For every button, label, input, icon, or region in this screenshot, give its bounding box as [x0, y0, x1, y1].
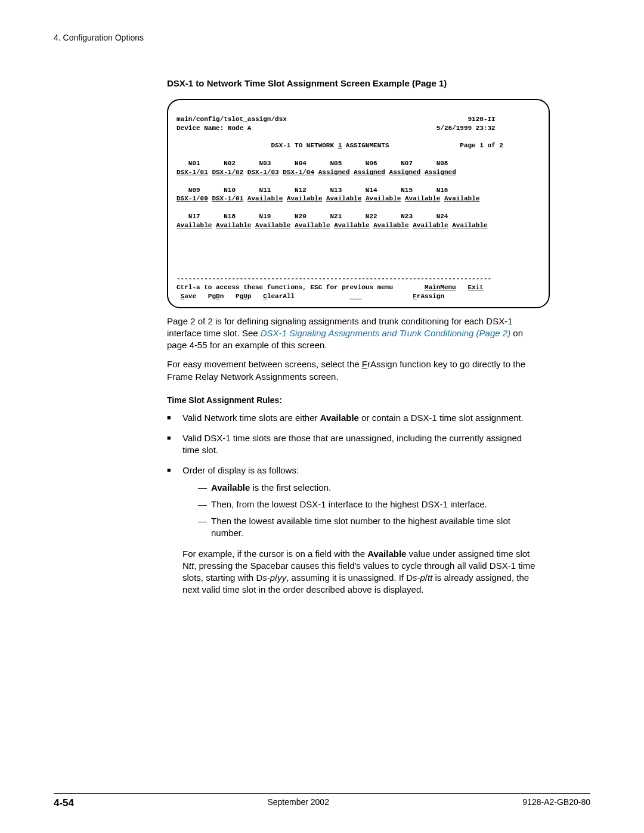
slot-value[interactable]: Assigned [425, 169, 456, 176]
slot-value[interactable]: Available [452, 222, 487, 229]
pgup-button[interactable]: PgUp [236, 293, 251, 300]
pgdn-button[interactable]: PgDn [208, 293, 224, 300]
slot-value[interactable]: Available [366, 195, 401, 202]
device-name-value: Node A [228, 125, 252, 132]
footer-date: September 2002 [267, 797, 329, 809]
slot-value[interactable]: DSX-1/03 [247, 169, 279, 176]
slot-value[interactable]: Available [295, 222, 330, 229]
rule-item: Valid DSX-1 time slots are those that ar… [167, 432, 537, 457]
rule-subitem: Then the lowest available time slot numb… [198, 515, 537, 540]
doc-id: 9128-A2-GB20-80 [522, 797, 590, 809]
device-name-label: Device Name: [177, 125, 224, 132]
rule-subitem: Available is the first selection. [198, 482, 537, 494]
terminal-model: 9128-II [468, 116, 496, 123]
slot-value[interactable]: DSX-1/02 [212, 169, 243, 176]
slot-row2-header: N09 N10 N11 N12 N13 N14 N15 N16 [177, 187, 448, 194]
slot-value[interactable]: Available [326, 195, 361, 202]
terminal-screen: main/config/tslot_assign/dsx 9128-II Dev… [167, 99, 550, 308]
screen-title: DSX-1 TO NETWORK 1 ASSIGNMENTS [271, 142, 389, 149]
slot-value[interactable]: Available [216, 222, 251, 229]
paragraph-2: For easy movement between screens, selec… [167, 358, 537, 383]
rule-item: Valid Network time slots are either Avai… [167, 412, 537, 424]
slot-value[interactable]: Assigned [354, 169, 385, 176]
frassign-button[interactable]: FrAssign [413, 293, 444, 300]
page-footer: 4-54 September 2002 9128-A2-GB20-80 [54, 793, 590, 809]
terminal-datetime: 5/26/1999 23:32 [436, 125, 496, 132]
slot-value[interactable]: Available [444, 195, 479, 202]
page-indicator: Page 1 of 2 [460, 142, 503, 149]
slot-value[interactable]: Available [255, 222, 290, 229]
rule-subitem: Then, from the lowest DSX-1 interface to… [198, 498, 537, 510]
slot-row3-header: N17 N18 N19 N20 N21 N22 N23 N24 [177, 213, 448, 220]
page-number: 4-54 [54, 797, 74, 809]
save-button[interactable]: Save [181, 293, 196, 300]
slot-value[interactable]: Available [334, 222, 369, 229]
rule-item: Order of display is as follows: Availabl… [167, 465, 537, 539]
section-title: DSX-1 to Network Time Slot Assignment Sc… [167, 78, 590, 88]
slot-row1-header: N01 N02 N03 N04 N05 N06 N07 N08 [177, 160, 448, 167]
slot-value[interactable]: Available [287, 195, 322, 202]
blank-field[interactable] [350, 293, 362, 300]
slot-value[interactable]: Available [177, 222, 212, 229]
help-line: Ctrl-a to access these functions, ESC fo… [177, 284, 393, 291]
slot-value[interactable]: Available [405, 195, 440, 202]
exit-button[interactable]: Exit [468, 284, 484, 291]
slot-value[interactable]: DSX-1/04 [283, 169, 314, 176]
terminal-path: main/config/tslot_assign/dsx [177, 116, 287, 123]
slot-value[interactable]: Available [373, 222, 408, 229]
example-paragraph: For example, if the cursor is on a field… [167, 548, 537, 596]
rules-heading: Time Slot Assignment Rules: [167, 395, 537, 406]
slot-value[interactable]: DSX-1/09 [177, 195, 208, 202]
slot-value[interactable]: Available [413, 222, 448, 229]
paragraph-1: Page 2 of 2 is for defining signaling as… [167, 315, 537, 352]
mainmenu-button[interactable]: MainMenu [425, 284, 456, 291]
slot-value[interactable]: DSX-1/01 [212, 195, 243, 202]
slot-value[interactable]: Assigned [389, 169, 421, 176]
slot-value[interactable]: Assigned [318, 169, 350, 176]
chapter-heading: 4. Configuration Options [54, 33, 590, 42]
slot-value[interactable]: Available [247, 195, 283, 202]
slot-value[interactable]: DSX-1/01 [177, 169, 208, 176]
clearall-button[interactable]: ClearAll [263, 293, 295, 300]
xref-link[interactable]: DSX-1 Signaling Assignments and Trunk Co… [261, 328, 510, 338]
